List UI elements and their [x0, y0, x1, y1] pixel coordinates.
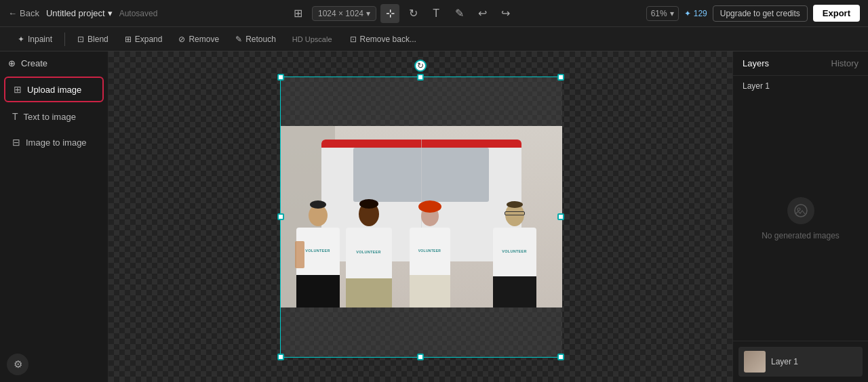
topbar-left: ← Back Untitled project ▾ Autosaved	[8, 8, 157, 18]
hd-upscale-button[interactable]: HD Upscale	[285, 33, 340, 46]
upload-image-label: Upload image	[27, 85, 81, 95]
no-images-label: No generated images	[762, 231, 840, 240]
settings-button[interactable]: ⚙	[7, 354, 28, 375]
topbar: ← Back Untitled project ▾ Autosaved ⊞ 10…	[0, 0, 868, 27]
main-layout: ⊕ Create ⊞ Upload image T Text to image …	[0, 51, 868, 382]
toolbar: ✦ Inpaint ⊡ Blend ⊞ Expand ⊘ Remove ✎ Re…	[0, 27, 868, 51]
history-tab[interactable]: History	[831, 58, 859, 68]
undo-icon[interactable]: ↩	[473, 4, 492, 23]
autosaved-label: Autosaved	[119, 9, 158, 18]
image-placeholder-icon	[793, 203, 808, 218]
expand-icon: ⊞	[125, 35, 132, 44]
handle-bottom-left[interactable]	[277, 354, 284, 360]
select-tool-icon[interactable]: ⊹	[380, 4, 399, 23]
expand-label: Expand	[135, 35, 163, 44]
sidebar-item-image-to-image[interactable]: ⊟ Image to image	[4, 131, 104, 154]
credits-count: 129	[694, 9, 707, 18]
zoom-indicator[interactable]: 61% ▾	[646, 6, 679, 21]
layer-header-text: Layer 1	[743, 81, 770, 91]
create-label: Create	[21, 58, 47, 68]
chevron-down-icon: ▾	[366, 9, 370, 18]
right-panel-header: Layers History	[733, 51, 868, 76]
remove-icon: ⊘	[178, 35, 185, 44]
toolbar-separator	[64, 33, 65, 46]
inpaint-label: Inpaint	[28, 35, 52, 44]
back-label: Back	[20, 8, 39, 18]
canvas-transparent-bottom	[281, 307, 562, 357]
inpaint-icon: ✦	[18, 35, 24, 44]
chevron-down-icon: ▾	[108, 8, 113, 18]
retouch-label: Retouch	[245, 35, 276, 44]
fit-icon[interactable]: ⊞	[289, 4, 308, 23]
left-sidebar: ⊕ Create ⊞ Upload image T Text to image …	[0, 51, 108, 382]
topbar-center: ⊞ 1024 × 1024 ▾ ⊹ ↻ T ✎ ↩ ↪	[289, 4, 515, 23]
remove-bg-icon: ⊡	[350, 35, 357, 44]
project-title-text: Untitled project	[46, 8, 105, 18]
blend-button[interactable]: ⊡ Blend	[71, 32, 115, 47]
hd-upscale-label: HD Upscale	[292, 35, 332, 43]
text-tool-icon[interactable]: T	[427, 4, 446, 23]
zoom-value: 61%	[651, 9, 667, 18]
handle-bottom-middle[interactable]	[417, 354, 424, 360]
sidebar-bottom: ⚙	[0, 347, 108, 382]
canvas-area[interactable]: ↻	[108, 51, 732, 382]
retouch-button[interactable]: ✎ Retouch	[229, 32, 283, 47]
remove-bg-label: Remove back...	[360, 35, 416, 44]
handle-middle-right[interactable]	[557, 213, 564, 220]
layer-header: Layer 1	[733, 76, 868, 96]
sidebar-item-text-to-image[interactable]: T Text to image	[4, 105, 104, 128]
handle-middle-left[interactable]	[277, 213, 284, 220]
star-icon: ✦	[684, 9, 691, 18]
back-arrow-icon: ←	[8, 8, 17, 18]
credits-badge: ✦ 129	[684, 9, 707, 18]
canvas-frame: VOLUNTEER	[280, 77, 561, 358]
layer-name: Layer 1	[771, 357, 798, 366]
sidebar-item-upload[interactable]: ⊞ Upload image	[4, 77, 104, 102]
retouch-icon: ✎	[235, 35, 242, 44]
image-to-image-icon: ⊟	[12, 137, 20, 148]
refresh-icon[interactable]: ↻	[403, 4, 422, 23]
topbar-right: 61% ▾ ✦ 129 Upgrade to get credits Expor…	[646, 5, 860, 22]
no-images-icon-container	[787, 197, 814, 224]
rotate-handle[interactable]: ↻	[414, 60, 427, 72]
text-to-image-icon: T	[12, 111, 18, 122]
no-images-area: No generated images	[733, 96, 868, 341]
dimensions-badge[interactable]: 1024 × 1024 ▾	[312, 6, 376, 21]
chevron-down-icon: ▾	[670, 9, 674, 18]
remove-button[interactable]: ⊘ Remove	[172, 32, 226, 47]
redo-icon[interactable]: ↪	[496, 4, 515, 23]
remove-background-button[interactable]: ⊡ Remove back...	[343, 32, 423, 47]
layer-thumb-image	[744, 351, 766, 373]
create-icon: ⊕	[8, 58, 16, 68]
sidebar-header: ⊕ Create	[0, 51, 108, 75]
layer-section: Layer 1	[733, 341, 868, 382]
svg-point-0	[795, 205, 807, 217]
svg-point-1	[797, 208, 800, 211]
canvas-transparent-top	[281, 77, 562, 126]
remove-label: Remove	[189, 35, 219, 44]
handle-top-middle[interactable]	[417, 74, 424, 81]
export-button[interactable]: Export	[813, 5, 860, 22]
handle-top-right[interactable]	[557, 74, 564, 81]
inpaint-button[interactable]: ✦ Inpaint	[11, 32, 59, 47]
pen-tool-icon[interactable]: ✎	[450, 4, 469, 23]
layer-thumbnail	[744, 351, 766, 373]
expand-button[interactable]: ⊞ Expand	[118, 32, 170, 47]
upgrade-button[interactable]: Upgrade to get credits	[713, 5, 808, 22]
layers-tab[interactable]: Layers	[743, 58, 769, 68]
handle-top-left[interactable]	[277, 74, 284, 81]
canvas-container[interactable]: ↻	[280, 77, 561, 358]
text-to-image-label: Text to image	[24, 112, 76, 122]
upload-icon: ⊞	[14, 84, 22, 95]
dimensions-text: 1024 × 1024	[318, 9, 363, 18]
canvas-image: VOLUNTEER	[281, 126, 562, 309]
back-button[interactable]: ← Back	[8, 8, 39, 18]
project-title[interactable]: Untitled project ▾	[46, 8, 113, 18]
right-panel: Layers History Layer 1 No generated imag…	[732, 51, 868, 382]
blend-label: Blend	[87, 35, 108, 44]
handle-bottom-right[interactable]	[557, 354, 564, 360]
image-to-image-label: Image to image	[26, 137, 87, 148]
layer-item[interactable]: Layer 1	[738, 347, 863, 377]
blend-icon: ⊡	[77, 35, 84, 44]
